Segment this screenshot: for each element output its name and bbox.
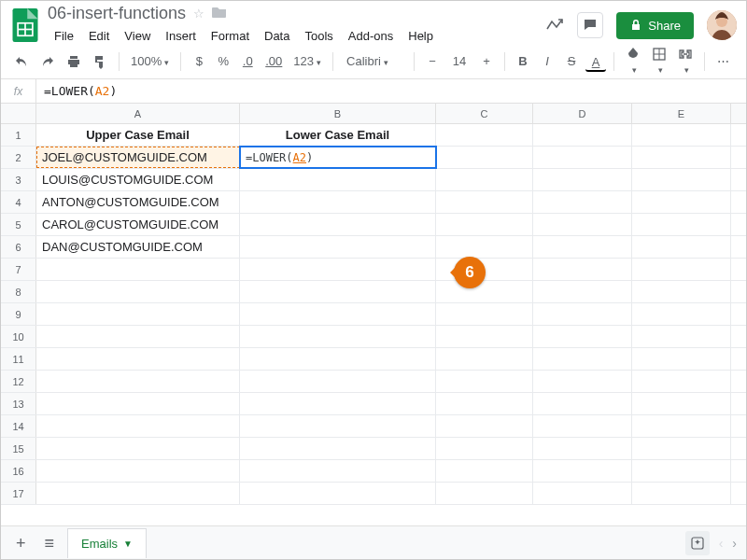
sheets-doc-icon[interactable] <box>10 7 40 44</box>
cell-D8[interactable] <box>533 281 632 302</box>
cell-A1[interactable]: Upper Case Email <box>36 124 240 146</box>
paint-format-button[interactable] <box>89 50 111 73</box>
cell-C12[interactable] <box>436 371 533 392</box>
increase-decimal-button[interactable]: .00 <box>261 50 286 72</box>
cell-D11[interactable] <box>533 348 632 370</box>
cell-C14[interactable] <box>436 415 533 437</box>
cell-C15[interactable] <box>436 438 533 459</box>
cell-E15[interactable] <box>632 438 731 459</box>
cell-B15[interactable] <box>240 438 436 459</box>
select-all-corner[interactable] <box>1 104 36 123</box>
cell-C3[interactable] <box>436 169 533 190</box>
cell-A13[interactable] <box>36 393 240 414</box>
cell-B7[interactable] <box>240 259 436 280</box>
cell-D13[interactable] <box>533 393 632 414</box>
row-header-16[interactable]: 16 <box>1 460 36 482</box>
cell-E17[interactable] <box>632 483 731 504</box>
cell-B3[interactable] <box>240 169 436 190</box>
cell-C1[interactable] <box>436 124 533 146</box>
merge-cells-button[interactable] <box>674 43 697 79</box>
cell-E8[interactable] <box>632 281 731 302</box>
cell-A16[interactable] <box>36 460 240 482</box>
cell-C4[interactable] <box>436 191 533 213</box>
menu-insert[interactable]: Insert <box>159 25 203 47</box>
decrease-decimal-button[interactable]: .0 <box>237 50 258 72</box>
col-header-C[interactable]: C <box>436 104 533 123</box>
cell-D3[interactable] <box>533 169 632 190</box>
bold-button[interactable]: B <box>513 50 533 72</box>
cell-B8[interactable] <box>240 281 436 302</box>
cell-A2[interactable]: JOEL@CUSTOMGUIDE.COM <box>36 147 240 168</box>
currency-button[interactable]: $ <box>189 50 209 72</box>
chevron-down-icon[interactable]: ▼ <box>123 539 133 549</box>
menu-data[interactable]: Data <box>258 25 296 47</box>
cell-A4[interactable]: ANTON@CUSTOMGUIDE.COM <box>36 191 240 213</box>
cell-C9[interactable] <box>436 303 533 325</box>
cell-C8[interactable] <box>436 281 533 302</box>
row-header-11[interactable]: 11 <box>1 348 36 370</box>
fill-color-button[interactable] <box>622 43 644 79</box>
row-header-5[interactable]: 5 <box>1 214 36 235</box>
cell-C13[interactable] <box>436 393 533 414</box>
cell-A9[interactable] <box>36 303 240 325</box>
cell-E4[interactable] <box>632 191 731 213</box>
cell-D7[interactable] <box>533 259 632 280</box>
cell-C11[interactable] <box>436 348 533 370</box>
star-icon[interactable]: ☆ <box>193 7 204 21</box>
cell-A11[interactable] <box>36 348 240 370</box>
account-avatar[interactable] <box>707 10 737 40</box>
share-button[interactable]: Share <box>616 12 694 39</box>
row-header-1[interactable]: 1 <box>1 124 36 146</box>
fx-label[interactable]: fx <box>1 79 36 103</box>
cell-B9[interactable] <box>240 303 436 325</box>
cell-D4[interactable] <box>533 191 632 213</box>
row-header-15[interactable]: 15 <box>1 438 36 459</box>
cell-D1[interactable] <box>533 124 632 146</box>
cell-D15[interactable] <box>533 438 632 459</box>
move-folder-icon[interactable] <box>212 6 227 21</box>
formula-input[interactable]: =LOWER(A2) <box>36 84 746 98</box>
more-tools-button[interactable]: ⋯ <box>712 50 733 72</box>
cell-D2[interactable] <box>533 147 632 168</box>
col-header-D[interactable]: D <box>533 104 632 123</box>
cell-A14[interactable] <box>36 415 240 437</box>
cell-B2[interactable]: =LOWER(A2) <box>240 147 436 168</box>
cell-B5[interactable] <box>240 214 436 235</box>
cell-E13[interactable] <box>632 393 731 414</box>
cell-E9[interactable] <box>632 303 731 325</box>
cell-C6[interactable] <box>436 236 533 258</box>
cell-B4[interactable] <box>240 191 436 213</box>
menu-help[interactable]: Help <box>402 25 440 47</box>
cell-B14[interactable] <box>240 415 436 437</box>
number-format-select[interactable]: 123 <box>289 50 325 72</box>
menu-format[interactable]: Format <box>204 25 256 47</box>
row-header-17[interactable]: 17 <box>1 483 36 504</box>
comments-icon[interactable] <box>577 12 603 38</box>
undo-button[interactable] <box>10 50 33 73</box>
cell-A7[interactable] <box>36 259 240 280</box>
cell-E11[interactable] <box>632 348 731 370</box>
menu-tools[interactable]: Tools <box>298 25 339 47</box>
row-header-13[interactable]: 13 <box>1 393 36 414</box>
menu-addons[interactable]: Add-ons <box>342 25 400 47</box>
all-sheets-button[interactable]: ≡ <box>39 531 61 555</box>
row-header-7[interactable]: 7 <box>1 259 36 280</box>
scroll-left-icon[interactable]: ‹ <box>719 536 724 551</box>
cell-A6[interactable]: DAN@CUSTOMGUIDE.COM <box>36 236 240 258</box>
cell-E3[interactable] <box>632 169 731 190</box>
cell-E2[interactable] <box>632 147 731 168</box>
italic-button[interactable]: I <box>537 50 557 72</box>
menu-view[interactable]: View <box>118 25 157 47</box>
add-sheet-button[interactable]: + <box>10 531 32 555</box>
font-size-input[interactable]: 14 <box>446 50 472 72</box>
text-color-button[interactable]: A <box>585 51 606 72</box>
col-header-E[interactable]: E <box>632 104 731 123</box>
zoom-select[interactable]: 100% <box>127 50 173 72</box>
cell-E12[interactable] <box>632 371 731 392</box>
tab-emails[interactable]: Emails ▼ <box>67 528 147 558</box>
row-header-9[interactable]: 9 <box>1 303 36 325</box>
row-header-8[interactable]: 8 <box>1 281 36 302</box>
redo-button[interactable] <box>36 50 59 73</box>
percent-button[interactable]: % <box>213 50 233 72</box>
cell-D5[interactable] <box>533 214 632 235</box>
